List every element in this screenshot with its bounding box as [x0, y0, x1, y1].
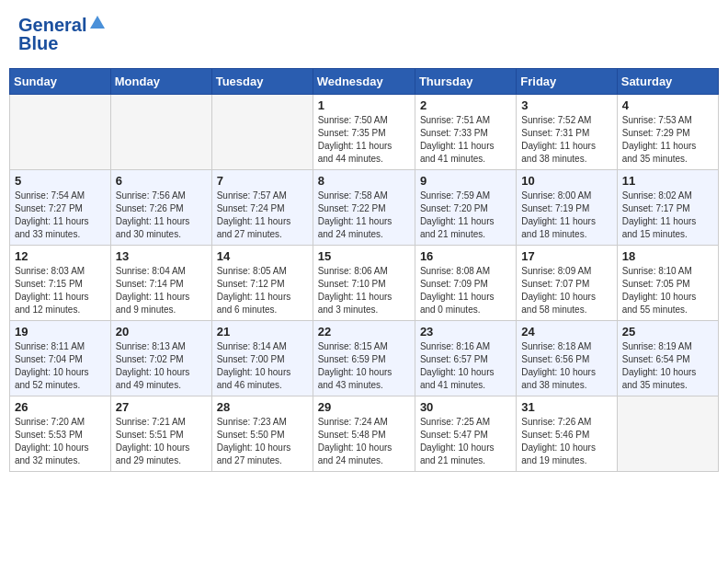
- day-number: 30: [420, 400, 511, 414]
- day-number: 3: [521, 98, 611, 112]
- day-number: 21: [217, 325, 308, 339]
- day-info: Sunrise: 8:08 AMSunset: 7:09 PMDaylight:…: [420, 265, 511, 316]
- day-number: 14: [217, 249, 308, 263]
- calendar-cell: 25Sunrise: 8:19 AMSunset: 6:54 PMDayligh…: [617, 321, 718, 396]
- day-number: 4: [622, 98, 713, 112]
- day-number: 22: [318, 325, 410, 339]
- day-info: Sunrise: 7:24 AMSunset: 5:48 PMDaylight:…: [318, 416, 410, 467]
- day-number: 9: [420, 174, 511, 188]
- day-info: Sunrise: 8:02 AMSunset: 7:17 PMDaylight:…: [622, 190, 713, 241]
- day-info: Sunrise: 8:05 AMSunset: 7:12 PMDaylight:…: [217, 265, 308, 316]
- day-info: Sunrise: 7:59 AMSunset: 7:20 PMDaylight:…: [420, 190, 511, 241]
- calendar-cell: 10Sunrise: 8:00 AMSunset: 7:19 PMDayligh…: [517, 170, 617, 246]
- calendar-cell: 4Sunrise: 7:53 AMSunset: 7:29 PMDaylight…: [617, 95, 718, 170]
- day-number: 6: [116, 174, 207, 188]
- weekday-thursday: Thursday: [415, 69, 516, 95]
- day-number: 10: [521, 174, 611, 188]
- weekday-wednesday: Wednesday: [313, 69, 415, 95]
- day-number: 27: [116, 400, 207, 414]
- calendar-cell: 12Sunrise: 8:03 AMSunset: 7:15 PMDayligh…: [10, 246, 111, 321]
- day-number: 11: [622, 174, 713, 188]
- day-info: Sunrise: 8:00 AMSunset: 7:19 PMDaylight:…: [521, 190, 611, 241]
- day-number: 2: [420, 98, 511, 112]
- day-info: Sunrise: 8:04 AMSunset: 7:14 PMDaylight:…: [116, 265, 207, 316]
- calendar-cell: 19Sunrise: 8:11 AMSunset: 7:04 PMDayligh…: [10, 321, 111, 396]
- logo-icon: [89, 14, 106, 30]
- calendar-cell: 24Sunrise: 8:18 AMSunset: 6:56 PMDayligh…: [517, 321, 617, 396]
- calendar-cell: 30Sunrise: 7:25 AMSunset: 5:47 PMDayligh…: [415, 396, 516, 472]
- day-info: Sunrise: 7:58 AMSunset: 7:22 PMDaylight:…: [318, 190, 410, 241]
- day-number: 17: [521, 249, 611, 263]
- calendar-cell: 3Sunrise: 7:52 AMSunset: 7:31 PMDaylight…: [517, 95, 617, 170]
- calendar-week-2: 5Sunrise: 7:54 AMSunset: 7:27 PMDaylight…: [10, 170, 719, 246]
- day-info: Sunrise: 8:19 AMSunset: 6:54 PMDaylight:…: [622, 340, 713, 392]
- day-info: Sunrise: 8:13 AMSunset: 7:02 PMDaylight:…: [116, 340, 207, 392]
- day-info: Sunrise: 8:10 AMSunset: 7:05 PMDaylight:…: [622, 265, 713, 316]
- calendar-cell: 15Sunrise: 8:06 AMSunset: 7:10 PMDayligh…: [313, 246, 415, 321]
- weekday-tuesday: Tuesday: [211, 69, 313, 95]
- calendar-cell: 9Sunrise: 7:59 AMSunset: 7:20 PMDaylight…: [415, 170, 516, 246]
- calendar-cell: 21Sunrise: 8:14 AMSunset: 7:00 PMDayligh…: [211, 321, 313, 396]
- calendar-cell: [617, 396, 718, 472]
- calendar-cell: 17Sunrise: 8:09 AMSunset: 7:07 PMDayligh…: [517, 246, 617, 321]
- calendar-cell: 2Sunrise: 7:51 AMSunset: 7:33 PMDaylight…: [415, 95, 516, 170]
- weekday-sunday: Sunday: [10, 69, 111, 95]
- day-info: Sunrise: 8:16 AMSunset: 6:57 PMDaylight:…: [420, 340, 511, 392]
- calendar-cell: 13Sunrise: 8:04 AMSunset: 7:14 PMDayligh…: [110, 246, 211, 321]
- day-number: 24: [521, 325, 611, 339]
- calendar-cell: 6Sunrise: 7:56 AMSunset: 7:26 PMDaylight…: [110, 170, 211, 246]
- day-info: Sunrise: 8:11 AMSunset: 7:04 PMDaylight:…: [15, 340, 106, 392]
- calendar-cell: 23Sunrise: 8:16 AMSunset: 6:57 PMDayligh…: [415, 321, 516, 396]
- logo-blue: Blue: [18, 32, 106, 54]
- weekday-header-row: SundayMondayTuesdayWednesdayThursdayFrid…: [10, 69, 719, 95]
- day-info: Sunrise: 8:03 AMSunset: 7:15 PMDaylight:…: [15, 265, 106, 316]
- weekday-saturday: Saturday: [617, 69, 718, 95]
- day-number: 29: [318, 400, 410, 414]
- day-info: Sunrise: 8:06 AMSunset: 7:10 PMDaylight:…: [318, 265, 410, 316]
- calendar-cell: [110, 95, 211, 170]
- day-number: 28: [217, 400, 308, 414]
- calendar-cell: 22Sunrise: 8:15 AMSunset: 6:59 PMDayligh…: [313, 321, 415, 396]
- calendar-cell: 7Sunrise: 7:57 AMSunset: 7:24 PMDaylight…: [211, 170, 313, 246]
- day-number: 31: [521, 400, 611, 414]
- weekday-monday: Monday: [110, 69, 211, 95]
- day-number: 26: [15, 400, 106, 414]
- calendar-cell: 29Sunrise: 7:24 AMSunset: 5:48 PMDayligh…: [313, 396, 415, 472]
- day-info: Sunrise: 7:53 AMSunset: 7:29 PMDaylight:…: [622, 114, 713, 166]
- calendar-cell: 27Sunrise: 7:21 AMSunset: 5:51 PMDayligh…: [110, 396, 211, 472]
- day-number: 23: [420, 325, 511, 339]
- day-info: Sunrise: 8:15 AMSunset: 6:59 PMDaylight:…: [318, 340, 410, 392]
- calendar-cell: [211, 95, 313, 170]
- day-number: 1: [318, 98, 410, 112]
- calendar-week-4: 19Sunrise: 8:11 AMSunset: 7:04 PMDayligh…: [10, 321, 719, 396]
- calendar-week-3: 12Sunrise: 8:03 AMSunset: 7:15 PMDayligh…: [10, 246, 719, 321]
- calendar-cell: 20Sunrise: 8:13 AMSunset: 7:02 PMDayligh…: [110, 321, 211, 396]
- day-number: 12: [15, 249, 106, 263]
- day-number: 5: [15, 174, 106, 188]
- calendar-cell: 5Sunrise: 7:54 AMSunset: 7:27 PMDaylight…: [10, 170, 111, 246]
- logo: General Blue: [18, 14, 106, 54]
- day-info: Sunrise: 7:52 AMSunset: 7:31 PMDaylight:…: [521, 114, 611, 166]
- day-info: Sunrise: 7:21 AMSunset: 5:51 PMDaylight:…: [116, 416, 207, 467]
- day-number: 19: [15, 325, 106, 339]
- calendar-cell: 28Sunrise: 7:23 AMSunset: 5:50 PMDayligh…: [211, 396, 313, 472]
- calendar-table: SundayMondayTuesdayWednesdayThursdayFrid…: [9, 68, 719, 472]
- day-number: 25: [622, 325, 713, 339]
- day-info: Sunrise: 7:56 AMSunset: 7:26 PMDaylight:…: [116, 190, 207, 241]
- calendar-cell: 8Sunrise: 7:58 AMSunset: 7:22 PMDaylight…: [313, 170, 415, 246]
- day-info: Sunrise: 8:18 AMSunset: 6:56 PMDaylight:…: [521, 340, 611, 392]
- page-header: General Blue: [9, 9, 719, 59]
- day-info: Sunrise: 7:51 AMSunset: 7:33 PMDaylight:…: [420, 114, 511, 166]
- calendar-cell: 18Sunrise: 8:10 AMSunset: 7:05 PMDayligh…: [617, 246, 718, 321]
- day-number: 8: [318, 174, 410, 188]
- svg-marker-0: [90, 16, 105, 29]
- calendar-cell: 1Sunrise: 7:50 AMSunset: 7:35 PMDaylight…: [313, 95, 415, 170]
- day-info: Sunrise: 7:23 AMSunset: 5:50 PMDaylight:…: [217, 416, 308, 467]
- calendar-cell: 11Sunrise: 8:02 AMSunset: 7:17 PMDayligh…: [617, 170, 718, 246]
- day-number: 7: [217, 174, 308, 188]
- day-info: Sunrise: 7:25 AMSunset: 5:47 PMDaylight:…: [420, 416, 511, 467]
- day-number: 13: [116, 249, 207, 263]
- day-info: Sunrise: 7:57 AMSunset: 7:24 PMDaylight:…: [217, 190, 308, 241]
- calendar-week-5: 26Sunrise: 7:20 AMSunset: 5:53 PMDayligh…: [10, 396, 719, 472]
- day-info: Sunrise: 7:54 AMSunset: 7:27 PMDaylight:…: [15, 190, 106, 241]
